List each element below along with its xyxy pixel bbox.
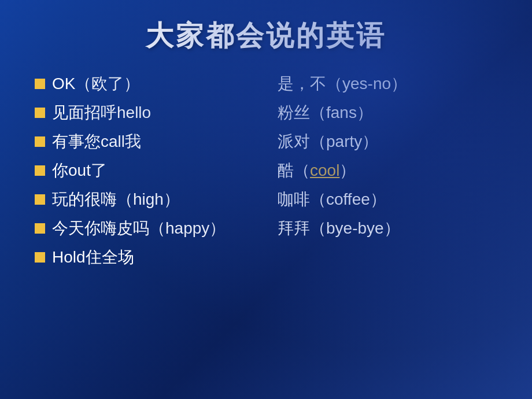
list-item-text: OK（欧了） xyxy=(52,72,140,96)
list-item-text: 见面招呼hello xyxy=(52,101,151,125)
right-item-text: 派对（party） xyxy=(278,130,378,154)
bullet-icon xyxy=(35,223,45,234)
left-column: OK（欧了）见面招呼hello有事您call我你out了玩的很嗨（high）今天… xyxy=(35,72,260,382)
bullet-icon xyxy=(35,79,45,89)
slide-title: 大家都会说的英语 xyxy=(35,17,497,54)
list-item-text: Hold住全场 xyxy=(52,245,134,269)
bullet-icon xyxy=(35,108,45,118)
right-item-text: 是，不（yes-no） xyxy=(278,72,407,96)
list-item-text: 玩的很嗨（high） xyxy=(52,187,180,212)
list-item-text: 你out了 xyxy=(52,158,107,183)
content-area: OK（欧了）见面招呼hello有事您call我你out了玩的很嗨（high）今天… xyxy=(35,72,497,382)
bullet-icon xyxy=(35,194,45,205)
right-item-text: 咖啡（coffee） xyxy=(278,187,386,212)
bullet-icon xyxy=(35,252,45,263)
right-list-item: 酷（cool） xyxy=(272,158,497,183)
right-item-text-after: ） xyxy=(339,158,356,183)
slide: 大家都会说的英语 OK（欧了）见面招呼hello有事您call我你out了玩的很… xyxy=(0,0,532,399)
right-list-item: 拜拜（bye-bye） xyxy=(272,216,497,241)
right-list-item: 派对（party） xyxy=(272,130,497,154)
left-list-item: 今天你嗨皮吗（happy） xyxy=(35,216,260,241)
list-item-text: 有事您call我 xyxy=(52,130,141,154)
left-list-item: 玩的很嗨（high） xyxy=(35,187,260,212)
cool-link[interactable]: cool xyxy=(310,158,339,183)
left-list-item: 见面招呼hello xyxy=(35,101,260,125)
right-item-text-before: 酷（ xyxy=(278,158,310,183)
right-item-text: 拜拜（bye-bye） xyxy=(278,216,400,241)
right-list-item: 咖啡（coffee） xyxy=(272,187,497,212)
left-list-item: 有事您call我 xyxy=(35,130,260,154)
list-item-text: 今天你嗨皮吗（happy） xyxy=(52,216,226,241)
right-list-item: 是，不（yes-no） xyxy=(272,72,497,96)
bullet-icon xyxy=(35,165,45,176)
left-list-item: Hold住全场 xyxy=(35,245,260,269)
right-item-text: 粉丝（fans） xyxy=(278,101,373,125)
right-column: 是，不（yes-no）粉丝（fans）派对（party）酷（cool）咖啡（co… xyxy=(260,72,497,382)
right-list-item: 粉丝（fans） xyxy=(272,101,497,125)
bullet-icon xyxy=(35,136,45,147)
left-list-item: OK（欧了） xyxy=(35,72,260,96)
left-list-item: 你out了 xyxy=(35,158,260,183)
